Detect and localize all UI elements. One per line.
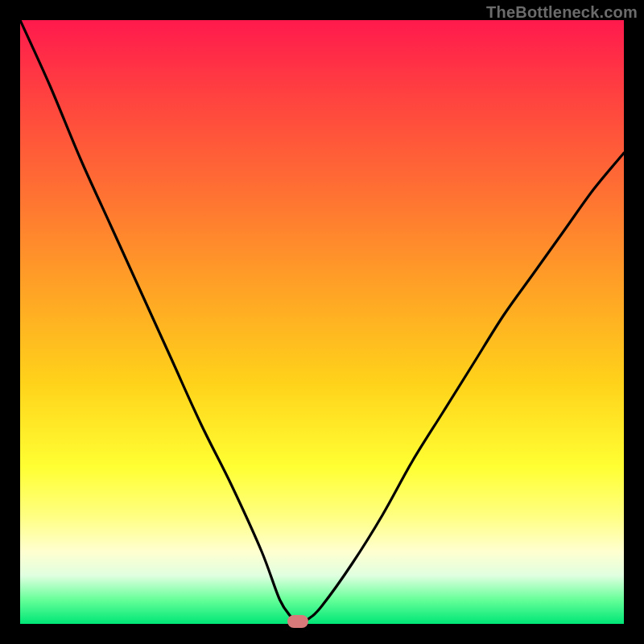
bottleneck-curve — [20, 20, 624, 624]
curve-path — [20, 20, 624, 624]
plot-area — [20, 20, 624, 624]
chart-frame: TheBottleneck.com — [0, 0, 644, 644]
optimum-marker — [287, 615, 308, 628]
watermark-text: TheBottleneck.com — [486, 3, 638, 22]
